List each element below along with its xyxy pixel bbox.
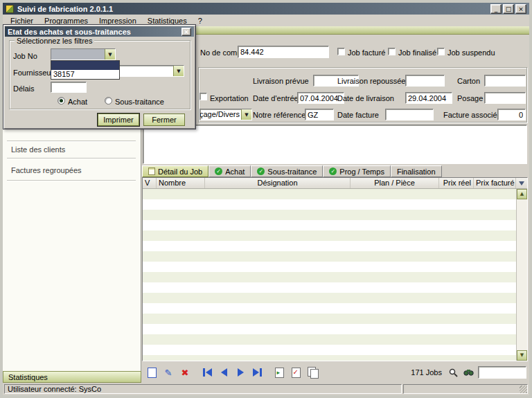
sidebar: Liste des clients Factures regroupées (3, 123, 141, 371)
column-header-prix-facture[interactable]: Prix facturé (474, 178, 516, 188)
arrow-up-icon: ▲ (520, 191, 524, 197)
table-row[interactable] (143, 355, 516, 361)
tab-prog-temps[interactable]: ✓ Prog / Temps (323, 165, 391, 177)
dialog-close-button[interactable]: × (181, 28, 191, 36)
find-button[interactable] (461, 365, 475, 379)
fournisseur-dropdown-button[interactable]: ▼ (173, 66, 184, 76)
notre-reference-label: Notre référence (253, 111, 305, 119)
search-icon (449, 368, 458, 377)
table-row[interactable] (143, 293, 516, 303)
dialog-titlebar[interactable]: Etat des achats et sous-traitances × (5, 26, 194, 37)
statistiques-button[interactable]: Statistiques (3, 371, 141, 383)
droplist-item[interactable]: 38157 (51, 70, 119, 79)
column-header-nombre[interactable]: Nombre (157, 178, 205, 188)
nav-next-button[interactable] (233, 365, 248, 379)
type-combo[interactable]: enfonçage/Divers ▼ (200, 109, 252, 120)
table-row[interactable] (143, 324, 516, 334)
job-no-combo[interactable]: ▼ (51, 48, 116, 60)
type-combo-dropdown-button[interactable]: ▼ (241, 109, 251, 120)
table-row[interactable] (143, 314, 516, 324)
delais-input[interactable] (51, 82, 87, 93)
table-row[interactable] (143, 251, 516, 262)
delete-icon: ✖ (181, 368, 189, 378)
table-row[interactable] (143, 303, 516, 314)
arrow-left-icon (206, 368, 212, 377)
sidebar-item-factures-regroupees[interactable]: Factures regroupées (11, 166, 82, 174)
type-combo-value: enfonçage/Divers (200, 109, 241, 120)
nav-first-button[interactable] (200, 365, 215, 379)
table-row[interactable] (143, 210, 516, 220)
achat-radio[interactable] (57, 97, 65, 105)
nav-previous-button[interactable] (216, 365, 231, 379)
table-row[interactable] (143, 262, 516, 272)
app-icon (6, 5, 14, 13)
job-no-dropdown-button[interactable]: ▼ (105, 49, 115, 60)
job-no-combo-value (51, 49, 105, 60)
edit-icon: ✎ (165, 368, 172, 378)
posage-input[interactable] (484, 92, 526, 104)
table-row[interactable] (143, 345, 516, 355)
export-button[interactable]: ▸ (272, 365, 287, 379)
maximize-button[interactable]: □ (503, 4, 514, 14)
date-livraison-input[interactable] (405, 92, 452, 104)
droplist-item-selected[interactable] (51, 61, 119, 70)
column-header-plan-piece[interactable]: Plan / Pièce (351, 178, 439, 188)
facture-associee-input[interactable] (497, 109, 526, 120)
tab-sous-traitance[interactable]: ✓ Sous-traitance (251, 165, 323, 177)
arrow-right-icon (253, 368, 259, 377)
table-scrollbar[interactable]: ▲ ▼ (516, 189, 527, 361)
close-icon: × (184, 28, 189, 35)
table-row[interactable] (143, 220, 516, 230)
sous-traitance-radio[interactable] (105, 97, 112, 105)
search-button[interactable] (446, 365, 460, 379)
close-button[interactable]: × (515, 4, 526, 14)
table-row[interactable] (143, 230, 516, 241)
tab-detail-du-job[interactable]: Détail du Job (142, 165, 209, 177)
fournisseur-label: Fournisseur (13, 69, 53, 77)
titlebar[interactable]: Suivi de fabrication 2.0.1.1 _ □ × (3, 3, 529, 15)
remarks-field[interactable] (143, 125, 527, 164)
check-circle-icon: ✓ (257, 168, 265, 175)
job-finalise-checkbox[interactable] (388, 48, 396, 55)
carton-input[interactable] (484, 75, 526, 87)
scroll-down-button[interactable]: ▼ (517, 350, 527, 361)
table-row[interactable] (143, 189, 516, 199)
job-facture-checkbox[interactable] (337, 48, 345, 55)
exportation-checkbox[interactable] (200, 93, 207, 100)
table-row[interactable] (143, 241, 516, 251)
job-suspendu-checkbox[interactable] (437, 48, 445, 55)
exportation-label: Exportation (210, 94, 249, 102)
resize-grip[interactable] (520, 386, 527, 393)
nav-last-button[interactable] (249, 365, 265, 379)
tab-achat[interactable]: ✓ Achat (209, 165, 251, 177)
new-record-button[interactable] (144, 365, 159, 379)
chevron-down-icon: ▼ (108, 52, 112, 57)
column-header-v[interactable]: V (143, 178, 157, 188)
tab-label: Détail du Job (158, 168, 202, 176)
date-facture-input[interactable] (385, 109, 434, 120)
column-header-prix-reel[interactable]: Prix réel (439, 178, 474, 188)
quick-search-input[interactable] (478, 366, 526, 379)
livraison-repoussee-input[interactable] (405, 75, 445, 87)
column-header-designation[interactable]: Désignation (205, 178, 351, 188)
posage-label: Posage (457, 94, 483, 102)
no-commande-input[interactable] (238, 46, 329, 58)
fermer-button[interactable]: Fermer (143, 114, 185, 126)
notre-reference-input[interactable] (305, 109, 334, 120)
minimize-button[interactable]: _ (490, 4, 502, 14)
chevron-down-icon: ▼ (177, 69, 180, 74)
copy-button[interactable] (305, 365, 320, 379)
validate-button[interactable]: ✓ (288, 365, 303, 379)
table-row[interactable] (143, 272, 516, 282)
column-options-button[interactable] (516, 178, 527, 188)
delete-record-button[interactable]: ✖ (177, 365, 193, 379)
sidebar-item-liste-des-clients[interactable]: Liste des clients (11, 145, 65, 154)
table-row[interactable] (143, 334, 516, 345)
imprimer-button[interactable]: Imprimer (98, 114, 139, 126)
table-row[interactable] (143, 282, 516, 293)
scroll-up-button[interactable]: ▲ (517, 189, 527, 199)
table-header: V Nombre Désignation Plan / Pièce Prix r… (143, 178, 527, 189)
edit-record-button[interactable]: ✎ (161, 365, 176, 379)
table-row[interactable] (143, 199, 516, 210)
tab-finalisation[interactable]: Finalisation (391, 165, 442, 177)
